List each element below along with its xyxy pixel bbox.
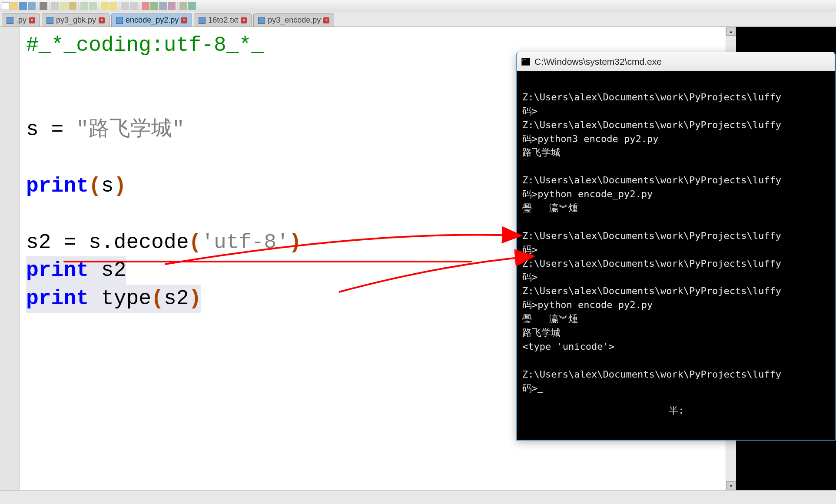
file-icon <box>46 17 53 24</box>
code-keyword-print: print <box>26 287 89 310</box>
code-var-s2: s2 <box>26 231 51 254</box>
divider <box>139 2 140 10</box>
toolbar-macro-icon[interactable] <box>142 2 149 10</box>
toolbar-open-icon[interactable] <box>10 2 18 10</box>
toolbar-zoom-in-icon[interactable] <box>121 2 129 10</box>
cmd-footer-text: 半: <box>522 395 830 418</box>
divider <box>49 2 50 10</box>
tab-py3_encode-py[interactable]: py3_encode.py× <box>253 13 334 27</box>
toolbar-find-icon[interactable] <box>101 2 109 10</box>
toolbar-misc1-icon[interactable] <box>159 2 167 10</box>
code-var-s: s <box>26 118 39 141</box>
code-string: "路飞学城" <box>76 118 185 141</box>
tab-label: py3_encode.py <box>268 16 321 25</box>
code-fn-decode: decode <box>114 231 189 254</box>
cmd-cursor <box>537 392 543 393</box>
toolbar-paste-icon[interactable] <box>69 2 76 10</box>
tab-label: encode_py2.py <box>126 16 179 25</box>
cmd-titlebar[interactable]: C:\Windows\system32\cmd.exe <box>517 52 835 71</box>
tab-close-icon[interactable]: × <box>29 17 35 23</box>
tab-close-icon[interactable]: × <box>181 17 187 23</box>
file-icon <box>199 17 206 24</box>
divider <box>119 2 119 10</box>
tab--py[interactable]: .py× <box>2 13 40 27</box>
scroll-up-arrow-icon[interactable]: ▲ <box>726 27 736 36</box>
toolbar-zoom-out-icon[interactable] <box>130 2 138 10</box>
toolbar-new-icon[interactable] <box>2 2 10 10</box>
divider <box>37 2 38 10</box>
toolbar-misc2-icon[interactable] <box>168 2 176 10</box>
tab-bar: .py×py3_gbk.py×encode_py2.py×16to2.txt×p… <box>0 12 836 27</box>
cmd-icon <box>521 58 530 66</box>
toolbar <box>0 0 836 12</box>
cmd-title: C:\Windows\system32\cmd.exe <box>534 56 662 67</box>
toolbar-misc3-icon[interactable] <box>179 2 187 10</box>
toolbar-replace-icon[interactable] <box>109 2 117 10</box>
code-fn-type: type <box>101 287 151 310</box>
divider <box>99 2 99 10</box>
tab-close-icon[interactable]: × <box>323 17 329 23</box>
toolbar-misc4-icon[interactable] <box>188 2 196 10</box>
tab-py3_gbk-py[interactable]: py3_gbk.py× <box>42 13 109 27</box>
toolbar-undo-icon[interactable] <box>80 2 88 10</box>
code-keyword-print: print <box>26 259 89 282</box>
code-keyword-print: print <box>26 174 89 198</box>
status-bar <box>0 490 836 504</box>
divider <box>78 2 79 10</box>
line-number-gutter <box>0 27 20 490</box>
code-comment: #_*_coding:utf-8_*_ <box>26 33 264 57</box>
toolbar-cut-icon[interactable] <box>51 2 59 10</box>
tab-close-icon[interactable]: × <box>99 17 105 23</box>
cmd-output[interactable]: Z:\Users\alex\Documents\work\PyProjects\… <box>517 71 835 440</box>
toolbar-save-icon[interactable] <box>19 2 27 10</box>
toolbar-redo-icon[interactable] <box>89 2 97 10</box>
tab-label: 16to2.txt <box>208 16 238 25</box>
tab-close-icon[interactable]: × <box>241 17 247 23</box>
file-icon <box>258 17 265 24</box>
tab-16to2-txt[interactable]: 16to2.txt× <box>194 13 252 27</box>
toolbar-save-all-icon[interactable] <box>28 2 36 10</box>
divider <box>177 2 178 10</box>
tab-label: py3_gbk.py <box>56 16 96 25</box>
toolbar-copy-icon[interactable] <box>60 2 68 10</box>
toolbar-print-icon[interactable] <box>40 2 47 10</box>
file-icon <box>7 17 13 24</box>
file-icon <box>116 17 123 24</box>
toolbar-run-icon[interactable] <box>150 2 158 10</box>
tab-encode_py2-py[interactable]: encode_py2.py× <box>111 13 192 27</box>
scroll-down-arrow-icon[interactable]: ▼ <box>726 481 736 490</box>
tab-label: .py <box>16 16 27 25</box>
cmd-window[interactable]: C:\Windows\system32\cmd.exe Z:\Users\ale… <box>516 52 836 441</box>
